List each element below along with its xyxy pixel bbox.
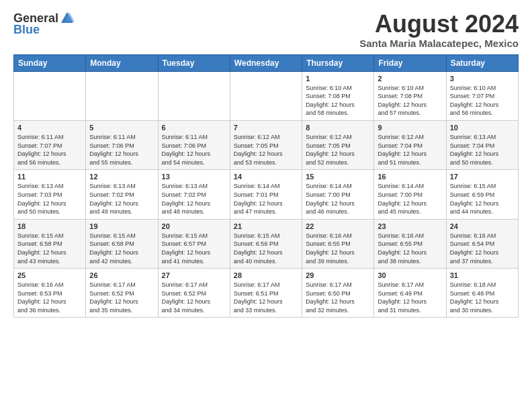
day-info: Sunrise: 6:10 AM Sunset: 7:07 PM Dayligh… — [450, 84, 515, 118]
weekday-header-friday: Friday — [374, 54, 446, 71]
day-number: 23 — [378, 222, 442, 230]
day-cell: 20Sunrise: 6:15 AM Sunset: 6:57 PM Dayli… — [158, 219, 230, 268]
day-cell: 14Sunrise: 6:14 AM Sunset: 7:01 PM Dayli… — [230, 170, 302, 219]
day-cell: 29Sunrise: 6:17 AM Sunset: 6:50 PM Dayli… — [302, 269, 374, 318]
day-cell: 28Sunrise: 6:17 AM Sunset: 6:51 PM Dayli… — [230, 269, 302, 318]
day-cell: 22Sunrise: 6:16 AM Sunset: 6:55 PM Dayli… — [302, 219, 374, 268]
day-info: Sunrise: 6:15 AM Sunset: 6:59 PM Dayligh… — [450, 182, 515, 216]
day-cell: 17Sunrise: 6:15 AM Sunset: 6:59 PM Dayli… — [446, 170, 518, 219]
day-number: 18 — [17, 222, 82, 230]
day-number: 31 — [450, 271, 515, 279]
day-cell: 26Sunrise: 6:17 AM Sunset: 6:52 PM Dayli… — [86, 269, 158, 318]
month-year: August 2024 — [359, 11, 519, 38]
day-number: 30 — [378, 271, 442, 279]
day-number: 17 — [450, 173, 515, 181]
day-info: Sunrise: 6:15 AM Sunset: 6:56 PM Dayligh… — [234, 232, 298, 265]
day-cell: 16Sunrise: 6:14 AM Sunset: 7:00 PM Dayli… — [374, 170, 446, 219]
day-cell: 15Sunrise: 6:14 AM Sunset: 7:00 PM Dayli… — [302, 170, 374, 219]
day-cell: 31Sunrise: 6:18 AM Sunset: 6:48 PM Dayli… — [446, 269, 518, 318]
weekday-header-tuesday: Tuesday — [158, 54, 230, 71]
day-number: 26 — [89, 271, 154, 279]
day-number: 20 — [162, 222, 226, 230]
day-number: 21 — [234, 222, 298, 230]
calendar: SundayMondayTuesdayWednesdayThursdayFrid… — [13, 54, 519, 318]
day-info: Sunrise: 6:13 AM Sunset: 7:02 PM Dayligh… — [162, 182, 226, 216]
day-number: 19 — [89, 222, 154, 230]
day-cell: 8Sunrise: 6:12 AM Sunset: 7:05 PM Daylig… — [302, 120, 374, 169]
day-number: 8 — [306, 124, 370, 132]
day-info: Sunrise: 6:16 AM Sunset: 6:55 PM Dayligh… — [306, 232, 370, 265]
day-number: 4 — [17, 124, 82, 132]
day-info: Sunrise: 6:13 AM Sunset: 7:02 PM Dayligh… — [89, 182, 154, 216]
day-number: 9 — [378, 124, 442, 132]
logo-blue-text: Blue — [13, 23, 40, 37]
week-row-4: 18Sunrise: 6:15 AM Sunset: 6:58 PM Dayli… — [14, 219, 519, 268]
day-cell: 27Sunrise: 6:17 AM Sunset: 6:52 PM Dayli… — [158, 269, 230, 318]
day-info: Sunrise: 6:13 AM Sunset: 7:04 PM Dayligh… — [450, 133, 515, 167]
week-row-5: 25Sunrise: 6:16 AM Sunset: 6:53 PM Dayli… — [14, 269, 519, 318]
day-info: Sunrise: 6:17 AM Sunset: 6:49 PM Dayligh… — [378, 281, 442, 314]
day-cell: 13Sunrise: 6:13 AM Sunset: 7:02 PM Dayli… — [158, 170, 230, 219]
logo: General Blue — [13, 11, 75, 37]
day-info: Sunrise: 6:17 AM Sunset: 6:52 PM Dayligh… — [162, 281, 226, 314]
day-cell: 10Sunrise: 6:13 AM Sunset: 7:04 PM Dayli… — [446, 120, 518, 169]
weekday-header-monday: Monday — [86, 54, 158, 71]
day-cell: 6Sunrise: 6:11 AM Sunset: 7:06 PM Daylig… — [158, 120, 230, 169]
day-number: 10 — [450, 124, 515, 132]
day-cell: 4Sunrise: 6:11 AM Sunset: 7:07 PM Daylig… — [14, 120, 86, 169]
week-row-2: 4Sunrise: 6:11 AM Sunset: 7:07 PM Daylig… — [14, 120, 519, 169]
day-cell — [14, 71, 86, 120]
day-number: 12 — [89, 173, 154, 181]
day-info: Sunrise: 6:16 AM Sunset: 6:54 PM Dayligh… — [450, 232, 515, 265]
day-info: Sunrise: 6:16 AM Sunset: 6:53 PM Dayligh… — [17, 281, 82, 314]
day-cell: 5Sunrise: 6:11 AM Sunset: 7:06 PM Daylig… — [86, 120, 158, 169]
day-info: Sunrise: 6:11 AM Sunset: 7:06 PM Dayligh… — [89, 133, 154, 167]
day-number: 13 — [162, 173, 226, 181]
day-info: Sunrise: 6:15 AM Sunset: 6:58 PM Dayligh… — [17, 232, 82, 265]
day-cell: 7Sunrise: 6:12 AM Sunset: 7:05 PM Daylig… — [230, 120, 302, 169]
page: General Blue August 2024 Santa Maria Mal… — [0, 0, 532, 328]
day-number: 27 — [162, 271, 226, 279]
day-cell: 24Sunrise: 6:16 AM Sunset: 6:54 PM Dayli… — [446, 219, 518, 268]
day-cell: 25Sunrise: 6:16 AM Sunset: 6:53 PM Dayli… — [14, 269, 86, 318]
day-info: Sunrise: 6:15 AM Sunset: 6:58 PM Dayligh… — [89, 232, 154, 265]
day-cell: 18Sunrise: 6:15 AM Sunset: 6:58 PM Dayli… — [14, 219, 86, 268]
day-number: 1 — [306, 75, 370, 83]
day-number: 15 — [306, 173, 370, 181]
day-info: Sunrise: 6:10 AM Sunset: 7:08 PM Dayligh… — [306, 84, 370, 118]
day-number: 25 — [17, 271, 82, 279]
day-number: 22 — [306, 222, 370, 230]
day-number: 24 — [450, 222, 515, 230]
day-number: 29 — [306, 271, 370, 279]
title-block: August 2024 Santa Maria Malacatepec, Mex… — [359, 11, 519, 49]
day-info: Sunrise: 6:11 AM Sunset: 7:06 PM Dayligh… — [162, 133, 226, 167]
day-cell — [230, 71, 302, 120]
day-info: Sunrise: 6:14 AM Sunset: 7:00 PM Dayligh… — [378, 182, 442, 216]
day-cell: 1Sunrise: 6:10 AM Sunset: 7:08 PM Daylig… — [302, 71, 374, 120]
day-info: Sunrise: 6:12 AM Sunset: 7:05 PM Dayligh… — [306, 133, 370, 167]
day-number: 11 — [17, 173, 82, 181]
day-info: Sunrise: 6:17 AM Sunset: 6:52 PM Dayligh… — [89, 281, 154, 314]
header: General Blue August 2024 Santa Maria Mal… — [13, 11, 519, 49]
day-info: Sunrise: 6:10 AM Sunset: 7:08 PM Dayligh… — [378, 84, 442, 118]
day-info: Sunrise: 6:17 AM Sunset: 6:50 PM Dayligh… — [306, 281, 370, 314]
weekday-header-wednesday: Wednesday — [230, 54, 302, 71]
weekday-header-saturday: Saturday — [446, 54, 518, 71]
day-cell: 2Sunrise: 6:10 AM Sunset: 7:08 PM Daylig… — [374, 71, 446, 120]
day-cell: 11Sunrise: 6:13 AM Sunset: 7:03 PM Dayli… — [14, 170, 86, 219]
day-cell: 19Sunrise: 6:15 AM Sunset: 6:58 PM Dayli… — [86, 219, 158, 268]
day-number: 14 — [234, 173, 298, 181]
logo-icon — [60, 11, 75, 26]
day-info: Sunrise: 6:17 AM Sunset: 6:51 PM Dayligh… — [234, 281, 298, 314]
day-cell: 9Sunrise: 6:12 AM Sunset: 7:04 PM Daylig… — [374, 120, 446, 169]
weekday-header-thursday: Thursday — [302, 54, 374, 71]
day-info: Sunrise: 6:16 AM Sunset: 6:55 PM Dayligh… — [378, 232, 442, 265]
day-number: 3 — [450, 75, 515, 83]
week-row-3: 11Sunrise: 6:13 AM Sunset: 7:03 PM Dayli… — [14, 170, 519, 219]
day-info: Sunrise: 6:14 AM Sunset: 7:01 PM Dayligh… — [234, 182, 298, 216]
week-row-1: 1Sunrise: 6:10 AM Sunset: 7:08 PM Daylig… — [14, 71, 519, 120]
day-number: 28 — [234, 271, 298, 279]
day-number: 5 — [89, 124, 154, 132]
day-info: Sunrise: 6:12 AM Sunset: 7:04 PM Dayligh… — [378, 133, 442, 167]
weekday-header-sunday: Sunday — [14, 54, 86, 71]
